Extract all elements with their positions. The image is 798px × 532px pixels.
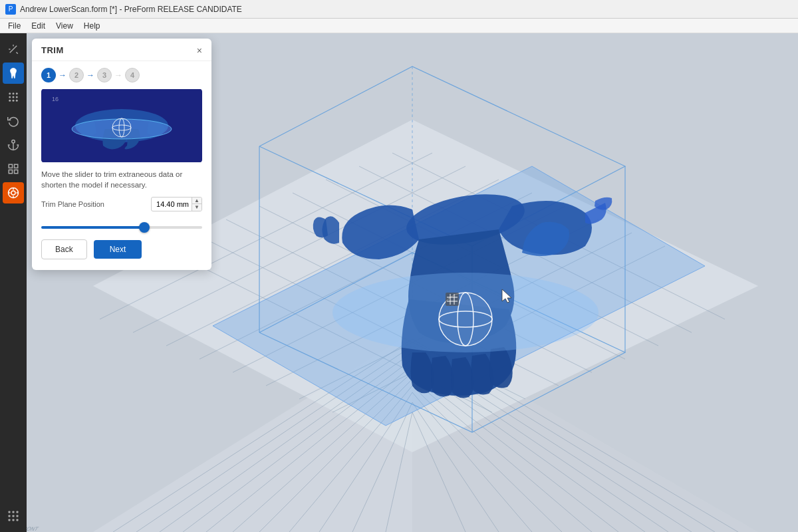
target-button[interactable]	[3, 182, 24, 203]
svg-point-10	[9, 100, 11, 102]
trim-position-stepper: ▲ ▼	[192, 198, 201, 211]
trim-position-row: Trim Plane Position ▲ ▼	[32, 196, 211, 217]
sidebar	[0, 33, 27, 532]
step-arrow-1: →	[59, 70, 66, 80]
svg-point-97	[72, 119, 172, 139]
menu-bar: File Edit View Help	[0, 19, 798, 33]
trim-description: Move the slider to trim extraneous data …	[32, 162, 211, 196]
svg-rect-27	[17, 511, 19, 513]
svg-rect-29	[13, 515, 15, 517]
svg-point-6	[16, 92, 18, 94]
svg-rect-33	[17, 519, 19, 521]
main-layout: FRONT WATER SEA TRIM × 1 → 2 → 3	[0, 33, 798, 532]
step-2[interactable]: 2	[69, 68, 84, 82]
preview-image: 16	[41, 89, 202, 162]
svg-point-20	[11, 191, 15, 195]
rotate-button[interactable]	[3, 110, 24, 132]
svg-rect-15	[9, 164, 12, 168]
anchor-button[interactable]	[3, 134, 24, 156]
step-arrow-2: →	[86, 70, 94, 80]
menu-view[interactable]: View	[51, 19, 78, 33]
svg-line-3	[17, 53, 18, 54]
magic-wand-button[interactable]	[3, 39, 24, 60]
grid-button[interactable]	[3, 158, 24, 180]
svg-point-11	[13, 100, 15, 102]
3d-viewport[interactable]: FRONT WATER SEA TRIM × 1 → 2 → 3	[27, 33, 798, 532]
trim-buttons: Back Next	[32, 239, 211, 259]
back-button[interactable]: Back	[41, 239, 87, 259]
svg-line-0	[10, 46, 17, 53]
step-1[interactable]: 1	[41, 68, 56, 82]
step-3[interactable]: 3	[97, 68, 112, 82]
stepper-down[interactable]: ▼	[192, 204, 201, 211]
tooth-button[interactable]	[3, 63, 24, 84]
svg-point-4	[9, 92, 11, 94]
svg-rect-32	[13, 519, 15, 521]
app-icon: P	[5, 4, 16, 15]
svg-text:16: 16	[52, 96, 59, 102]
svg-rect-26	[13, 511, 15, 513]
next-button[interactable]: Next	[94, 240, 142, 259]
menu-edit[interactable]: Edit	[26, 19, 51, 33]
apps-button[interactable]	[3, 505, 24, 527]
svg-rect-31	[9, 519, 11, 521]
svg-point-7	[9, 96, 11, 98]
svg-point-9	[16, 96, 18, 98]
trim-position-label: Trim Plane Position	[41, 200, 104, 208]
svg-point-5	[13, 92, 15, 94]
svg-point-12	[16, 100, 18, 102]
steps-indicator: 1 → 2 → 3 → 4	[32, 61, 211, 89]
trim-slider[interactable]	[41, 226, 202, 229]
title-bar: P Andrew LowerScan.form [*] - PreForm RE…	[0, 0, 798, 19]
trim-position-value: ▲ ▼	[151, 197, 202, 211]
svg-rect-87	[446, 293, 459, 306]
trim-close-button[interactable]: ×	[197, 46, 202, 55]
svg-point-13	[12, 140, 15, 144]
menu-file[interactable]: File	[3, 19, 26, 33]
slider-container	[32, 217, 211, 239]
step-arrow-3: →	[114, 70, 122, 80]
window-title: Andrew LowerScan.form [*] - PreForm RELE…	[20, 5, 242, 14]
trim-panel-header: TRIM ×	[32, 39, 211, 61]
dots-button[interactable]	[3, 86, 24, 108]
menu-help[interactable]: Help	[78, 19, 106, 33]
trim-panel: TRIM × 1 → 2 → 3 → 4	[32, 39, 211, 270]
step-4[interactable]: 4	[125, 68, 140, 82]
svg-rect-28	[9, 515, 11, 517]
svg-point-8	[13, 96, 15, 98]
svg-rect-16	[15, 164, 18, 168]
trim-panel-title: TRIM	[41, 45, 64, 55]
svg-rect-17	[9, 170, 12, 174]
stepper-up[interactable]: ▲	[192, 198, 201, 204]
svg-rect-30	[17, 515, 19, 517]
svg-rect-25	[9, 511, 11, 513]
svg-rect-18	[15, 170, 18, 174]
trim-position-input[interactable]	[152, 199, 192, 209]
